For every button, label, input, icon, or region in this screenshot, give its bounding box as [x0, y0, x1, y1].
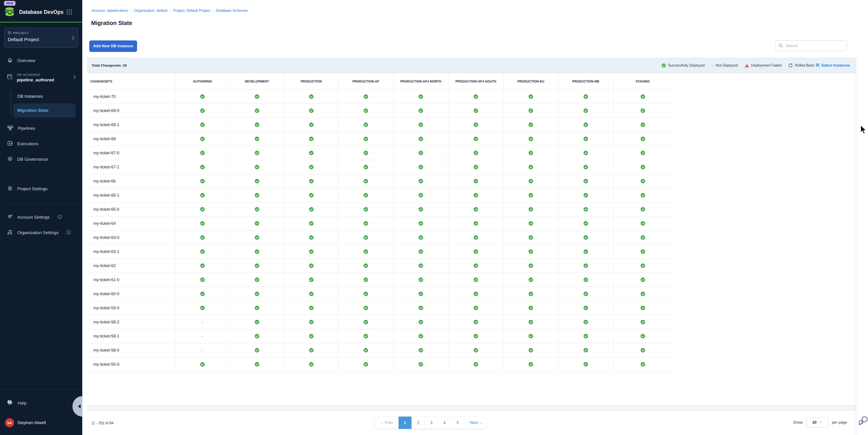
status-cell-success[interactable] — [230, 118, 284, 132]
status-cell-success[interactable] — [614, 315, 672, 329]
status-cell-success[interactable] — [339, 329, 393, 343]
status-cell-success[interactable] — [448, 301, 503, 315]
status-cell-success[interactable] — [284, 259, 338, 273]
status-cell-success[interactable] — [614, 259, 672, 273]
sidebar-item-db-instances[interactable]: DB Instances — [13, 89, 75, 103]
status-cell-success[interactable] — [448, 217, 503, 230]
add-new-db-instance-button[interactable]: Add New DB Instance — [89, 40, 137, 52]
sidebar-item-db-governance[interactable]: DB Governance — [0, 154, 82, 165]
status-cell-success[interactable] — [448, 203, 503, 216]
status-cell-success[interactable] — [230, 343, 284, 357]
status-cell-success[interactable] — [503, 315, 558, 329]
status-cell-success[interactable] — [448, 315, 503, 329]
status-cell-success[interactable] — [230, 358, 284, 371]
status-cell-success[interactable] — [339, 118, 393, 132]
status-cell-success[interactable] — [394, 160, 448, 174]
status-cell-success[interactable] — [614, 90, 672, 103]
select-instances-link[interactable]: Select Instances — [816, 63, 850, 68]
status-cell-success[interactable] — [230, 132, 284, 146]
status-cell-success[interactable] — [614, 231, 672, 244]
status-cell-success[interactable] — [284, 90, 338, 103]
search-box[interactable] — [775, 40, 847, 51]
page-button-1[interactable]: 1 — [399, 416, 412, 429]
status-cell-success[interactable] — [230, 273, 284, 287]
status-cell-success[interactable] — [176, 118, 229, 132]
status-cell-success[interactable] — [503, 273, 558, 287]
status-cell-success[interactable] — [559, 329, 613, 343]
status-cell-success[interactable] — [284, 245, 338, 258]
status-cell-success[interactable] — [503, 188, 558, 202]
status-cell-success[interactable] — [559, 358, 613, 371]
status-cell-success[interactable] — [614, 287, 672, 301]
status-cell-success[interactable] — [176, 203, 229, 216]
status-cell-success[interactable] — [503, 90, 558, 103]
status-cell-success[interactable] — [284, 301, 338, 315]
status-cell-success[interactable] — [230, 217, 284, 230]
status-cell-success[interactable] — [339, 90, 393, 103]
breadcrumb-project[interactable]: Project: Default Project — [173, 9, 210, 13]
sidebar-item-account-settings[interactable]: Account Settings — [0, 212, 82, 223]
status-cell-success[interactable] — [284, 188, 338, 202]
status-cell-success[interactable] — [559, 231, 613, 244]
status-cell-success[interactable] — [394, 118, 448, 132]
status-cell-success[interactable] — [339, 287, 393, 301]
status-cell-success[interactable] — [284, 203, 338, 216]
sidebar-item-overview[interactable]: Overview — [0, 55, 82, 66]
status-cell-success[interactable] — [614, 273, 672, 287]
status-cell-success[interactable] — [230, 287, 284, 301]
status-cell-success[interactable] — [503, 118, 558, 132]
status-cell-success[interactable] — [339, 259, 393, 273]
status-cell-success[interactable] — [394, 217, 448, 230]
status-cell-not-deployed[interactable]: – — [176, 343, 229, 357]
status-cell-success[interactable] — [448, 90, 503, 103]
status-cell-success[interactable] — [503, 301, 558, 315]
status-cell-success[interactable] — [176, 301, 229, 315]
info-icon[interactable] — [66, 230, 71, 236]
breadcrumb-account[interactable]: Account: satwell-demo — [92, 9, 128, 13]
status-cell-success[interactable] — [614, 358, 672, 371]
status-cell-success[interactable] — [230, 301, 284, 315]
breadcrumb-database-schemas[interactable]: Database Schemas — [216, 9, 248, 13]
page-button-3[interactable]: 3 — [425, 416, 438, 429]
status-cell-success[interactable] — [394, 287, 448, 301]
status-cell-success[interactable] — [503, 358, 558, 371]
status-cell-success[interactable] — [503, 132, 558, 146]
sidebar-item-db-schemas[interactable]: DB SCHEMAS pipeline_authored — [0, 70, 82, 85]
status-cell-not-deployed[interactable]: – — [176, 329, 229, 343]
status-cell-success[interactable] — [339, 203, 393, 216]
status-cell-success[interactable] — [176, 104, 229, 118]
support-chat-icon[interactable] — [858, 416, 868, 427]
status-cell-success[interactable] — [176, 273, 229, 287]
status-cell-success[interactable] — [176, 188, 229, 202]
status-cell-success[interactable] — [614, 118, 672, 132]
prev-page-button[interactable]: ← Prev — [374, 416, 399, 429]
page-button-5[interactable]: 5 — [451, 416, 464, 429]
status-cell-success[interactable] — [230, 160, 284, 174]
status-cell-success[interactable] — [559, 301, 613, 315]
status-cell-success[interactable] — [559, 203, 613, 216]
status-cell-success[interactable] — [559, 343, 613, 357]
status-cell-success[interactable] — [176, 90, 229, 103]
status-cell-success[interactable] — [394, 315, 448, 329]
status-cell-success[interactable] — [559, 146, 613, 160]
status-cell-success[interactable] — [394, 343, 448, 357]
status-cell-success[interactable] — [448, 273, 503, 287]
page-button-4[interactable]: 4 — [438, 416, 451, 429]
status-cell-success[interactable] — [284, 174, 338, 188]
status-cell-success[interactable] — [448, 329, 503, 343]
status-cell-success[interactable] — [559, 273, 613, 287]
status-cell-success[interactable] — [284, 146, 338, 160]
status-cell-success[interactable] — [394, 329, 448, 343]
status-cell-success[interactable] — [339, 358, 393, 371]
status-cell-success[interactable] — [284, 217, 338, 230]
status-cell-success[interactable] — [503, 203, 558, 216]
status-cell-success[interactable] — [559, 217, 613, 230]
status-cell-success[interactable] — [284, 358, 338, 371]
status-cell-success[interactable] — [230, 245, 284, 258]
sidebar-item-project-settings[interactable]: Project Settings — [0, 183, 82, 194]
status-cell-success[interactable] — [394, 245, 448, 258]
sidebar-item-pipelines[interactable]: Pipelines — [0, 123, 82, 134]
status-cell-success[interactable] — [614, 301, 672, 315]
status-cell-success[interactable] — [448, 188, 503, 202]
status-cell-success[interactable] — [448, 146, 503, 160]
